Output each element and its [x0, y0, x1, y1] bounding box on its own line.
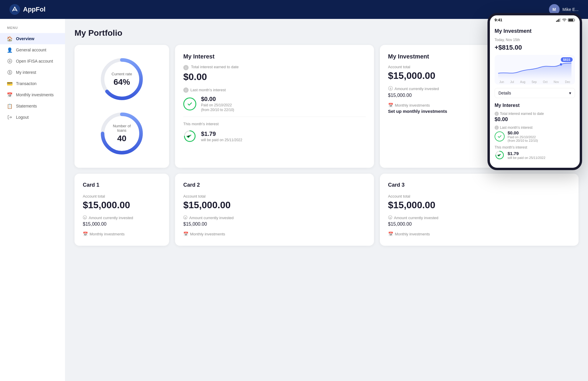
sidebar-label-open-ifisa: Open IFISA account — [16, 59, 53, 64]
sidebar-item-logout[interactable]: Logout — [0, 112, 65, 123]
svg-point-0 — [9, 4, 20, 15]
svg-rect-22 — [558, 19, 559, 22]
sidebar-item-transaction[interactable]: 💳 Transacton — [0, 78, 65, 89]
phone-signal — [556, 18, 575, 22]
card3-monthly-label: 📅 Monthly investments — [388, 232, 571, 236]
card3-account-total-label: Account total — [388, 194, 571, 198]
card3-invested-value: $15,000.00 — [388, 222, 571, 227]
sidebar-item-my-interest[interactable]: $ My interest — [0, 67, 65, 78]
sidebar-item-statements[interactable]: 📋 Statements — [0, 100, 65, 112]
phone-this-month-amount: $1.79 — [508, 151, 545, 156]
current-rate-title: Current rate — [111, 72, 132, 76]
user-icon: 👤 — [7, 47, 12, 53]
card3-title: Card 3 — [388, 182, 571, 188]
chart-svg — [498, 58, 571, 79]
phone-main-title: My Investment — [495, 28, 575, 34]
phone-last-month-info: $0.00 Paid on 25/10/2022 (from 20/10 to … — [508, 130, 538, 142]
phone-info-icon-1: i — [495, 112, 499, 116]
svg-text:$: $ — [9, 71, 11, 74]
phone-last-month-date: Paid on 25/10/2022 — [508, 135, 538, 139]
card1-account-total: $15,000.00 — [83, 200, 161, 211]
card3-calendar-icon: 📅 — [388, 232, 393, 236]
phone-chart: $815 Jun Jul — [495, 55, 575, 84]
svg-point-24 — [564, 21, 565, 22]
my-interest-card: My Interest i Total interest earned to d… — [175, 45, 374, 168]
sidebar-menu-label: MENU — [0, 26, 65, 33]
phone-check-paid — [495, 131, 505, 141]
card2-monthly-label: 📅 Monthly investments — [183, 232, 366, 236]
card2-dollar-icon: $ — [183, 215, 187, 220]
card2-account-total: $15,000.00 — [183, 200, 366, 211]
info-icon-2: i — [183, 87, 189, 93]
card-2: Card 2 Account total $15,000.00 $ Amount… — [175, 174, 374, 246]
card-icon: 💳 — [7, 81, 12, 86]
info-icon-1: i — [183, 65, 189, 70]
total-interest-amount: $0.00 — [183, 71, 366, 82]
check-circle-paid — [183, 97, 196, 110]
phone-details-label: Details — [498, 91, 511, 95]
phone-last-month-row: $0.00 Paid on 25/10/2022 (from 20/10 to … — [495, 130, 575, 142]
calendar-icon: 📅 — [7, 92, 12, 97]
card3-invested-label: $ Amount currently invested — [388, 215, 571, 220]
card2-invested-value: $15,000.00 — [183, 222, 366, 227]
phone-total-amount: $0.00 — [495, 116, 575, 123]
total-interest-section: i Total interest earned to date — [183, 65, 366, 70]
this-month-info: $1.79 will be paid on 25/11/2022 — [201, 131, 242, 142]
svg-point-27 — [560, 63, 562, 66]
current-rate-label-group: Current rate 64% — [111, 72, 132, 87]
chart-labels: Jun Jul Aug Sep Oct Nov Dec — [498, 80, 571, 84]
partial-check-circle — [183, 130, 196, 143]
card2-account-total-label: Account total — [183, 194, 366, 198]
sidebar-label-monthly-investments: Monthly investments — [16, 92, 54, 97]
logo-text: AppFol — [23, 6, 46, 13]
app-body: MENU 🏠 Overview 👤 General account Open I… — [0, 19, 588, 381]
sidebar-label-general-account: General account — [16, 48, 46, 52]
card1-account-total-label: Account total — [83, 194, 161, 198]
sidebar: MENU 🏠 Overview 👤 General account Open I… — [0, 19, 65, 381]
sidebar-item-open-ifisa[interactable]: Open IFISA account — [0, 56, 65, 67]
dollar-icon: $ — [7, 70, 12, 75]
sidebar-item-monthly-investments[interactable]: 📅 Monthly investments — [0, 89, 65, 100]
dollar-sub-icon: $ — [388, 86, 393, 92]
logout-icon — [7, 115, 12, 120]
phone-last-month-amount: $0.00 — [508, 130, 538, 135]
my-interest-title: My Interest — [183, 53, 366, 60]
sidebar-item-overview[interactable]: 🏠 Overview — [0, 33, 65, 44]
phone-this-month-row: $1.79 will be paid on 25/11/2022 — [495, 150, 575, 160]
sidebar-label-overview: Overview — [16, 36, 34, 41]
loans-title: Number of loans — [110, 124, 134, 133]
svg-rect-23 — [560, 18, 561, 22]
phone-this-month-label: This month's interest — [495, 145, 575, 149]
phone-interest-title: My Interest — [495, 103, 575, 108]
phone-total-label: i Total interest earned to date — [495, 112, 575, 116]
current-rate-value: 64% — [111, 77, 132, 87]
card-3: Card 3 Account total $15,000.00 $ Amount… — [380, 174, 579, 246]
this-month-amount: $1.79 — [201, 131, 242, 137]
portfolio-card: Current rate 64% — [74, 45, 169, 168]
phone-info-icon-2: i — [495, 126, 499, 130]
phone-content: My Investment Today, Nov 15th +$815.00 $… — [490, 23, 580, 168]
card2-invested-label: $ Amount currently invested — [183, 215, 366, 220]
phone-details-dropdown[interactable]: Details ▾ — [495, 88, 575, 98]
loans-value: 40 — [110, 134, 134, 143]
sidebar-item-general-account[interactable]: 👤 General account — [0, 44, 65, 56]
phone-this-month-date: will be paid on 25/11/2022 — [508, 156, 545, 159]
calendar-sub-icon: 📅 — [388, 103, 393, 108]
bottom-cards-grid: Card 1 Account total $15,000.00 $ Amount… — [74, 174, 579, 246]
card3-dollar-icon: $ — [388, 215, 392, 220]
home-icon: 🏠 — [7, 36, 12, 41]
divider-1 — [183, 117, 366, 117]
card1-dollar-icon: $ — [83, 215, 87, 220]
this-month-date: will be paid on 25/11/2022 — [201, 138, 242, 142]
logo-area: AppFol — [9, 4, 46, 15]
svg-rect-21 — [557, 20, 558, 22]
sidebar-label-transaction: Transacton — [16, 81, 37, 86]
phone-time: 9:41 — [495, 18, 502, 22]
last-month-date: Paid on 25/10/2022 — [201, 103, 234, 107]
phone-date: Today, Nov 15th — [495, 38, 575, 42]
svg-rect-20 — [556, 21, 557, 22]
svg-text:$: $ — [390, 87, 391, 90]
last-month-label: i Last month's interest — [183, 87, 366, 93]
current-rate-donut: Current rate 64% — [98, 56, 145, 103]
phone-last-month-label: i Last month's interest — [495, 126, 575, 130]
